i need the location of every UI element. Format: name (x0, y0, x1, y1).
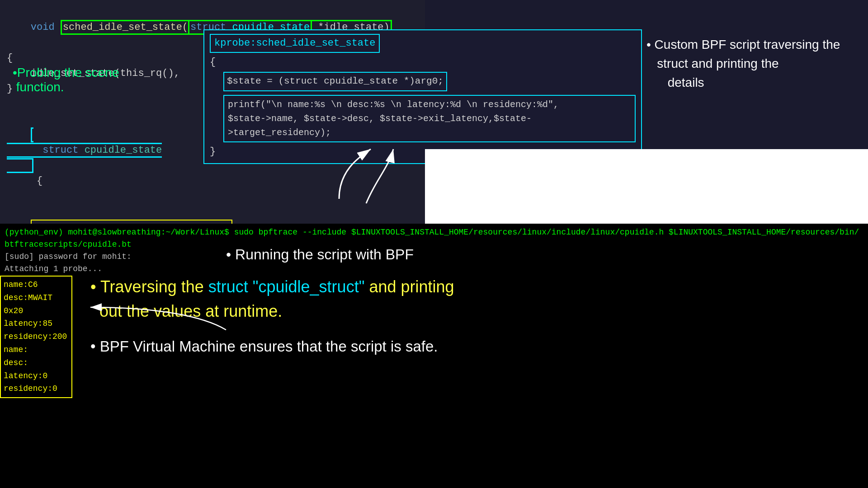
bpf-panel: kprobe:sched_idle_set_state { $state = (… (203, 29, 642, 164)
terminal-command: (python_env) mohit@slowbreathing:~/Work/… (5, 226, 863, 251)
output-residency2: residency:0 (4, 382, 69, 395)
bpf-printf-line2: $state->name, $state->desc, $state->exit… (228, 112, 631, 140)
output-latency1: latency:85 (4, 317, 69, 330)
output-desc1: desc:MWAIT 0x20 (4, 291, 69, 318)
annotation-running: • Running the script with BPF (226, 246, 414, 263)
bpf-body: $state = (struct cpuidle_state *)arg0; p… (210, 70, 636, 142)
type-cpuidle2: cpuidle_state (85, 145, 162, 156)
terminal: (python_env) mohit@slowbreathing:~/Work/… (0, 224, 868, 488)
bpf-printf: printf("\n name:%s \n desc:%s \n latency… (223, 95, 636, 142)
bpf-state-assign: $state = (struct cpuidle_state *)arg0; (223, 72, 447, 91)
terminal-output-box: name:C6 desc:MWAIT 0x20 latency:85 resid… (0, 276, 72, 398)
annotation-probing: •Probing the scene function. (13, 66, 119, 94)
annotation-traversing: • Traversing the struct "cpuidle_struct"… (90, 275, 454, 324)
kw-struct2: struct (42, 145, 84, 156)
output-residency1: residency:200 (4, 330, 69, 343)
output-desc2: desc: (4, 357, 69, 370)
output-name2: name: (4, 343, 69, 357)
kw-void: void (31, 22, 61, 33)
output-latency2: latency:0 (4, 370, 69, 383)
terminal-attaching: Attaching 1 probe... (5, 263, 863, 275)
white-panel (425, 149, 868, 224)
terminal-sudo: [sudo] password for mohit: (5, 251, 863, 263)
bpf-open-brace: { (210, 55, 636, 70)
annotation-bpf-vm: • BPF Virtual Machine ensures that the s… (90, 338, 438, 355)
bpf-printf-line1: printf("\n name:%s \n desc:%s \n latency… (228, 98, 631, 112)
bpf-header: kprobe:sched_idle_set_state (210, 34, 380, 53)
output-name1: name:C6 (4, 278, 69, 291)
annotation-custom-bpf: • Custom BPF script traversing the struc… (646, 35, 840, 92)
fn-name: sched_idle_set_state( (63, 22, 188, 33)
